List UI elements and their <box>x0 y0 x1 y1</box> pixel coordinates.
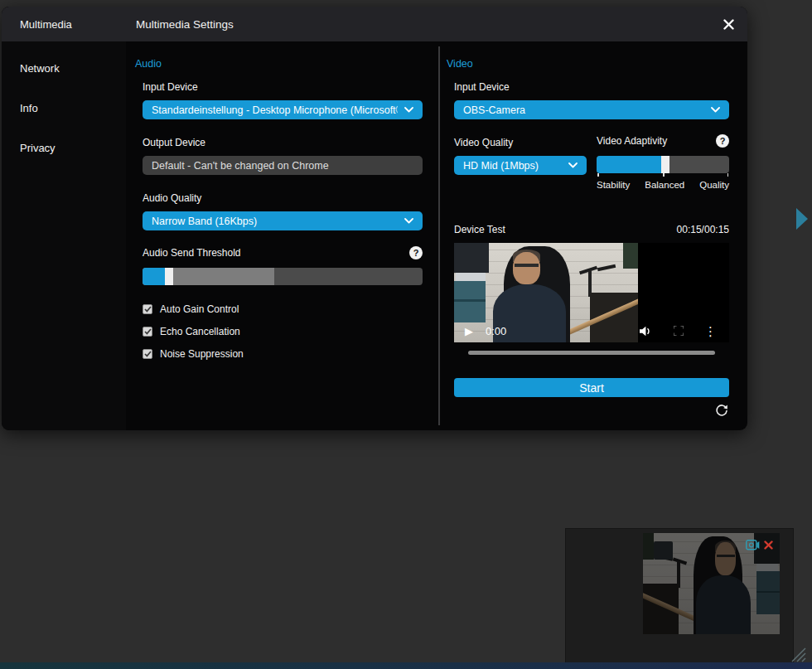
sidebar-item-label: Info <box>20 102 38 114</box>
column-divider <box>438 46 440 425</box>
video-quality-select[interactable]: HD Mid (1Mbps) <box>454 156 587 175</box>
panel-expander-arrow-icon[interactable] <box>796 208 808 230</box>
camera-icon[interactable] <box>746 540 760 550</box>
refresh-icon[interactable] <box>714 403 729 418</box>
checkbox-label: Auto Gain Control <box>160 303 239 315</box>
video-adaptivity-fill <box>597 156 661 173</box>
adaptivity-tick-marks <box>597 173 729 177</box>
device-test-label: Device Test <box>454 224 505 235</box>
close-icon[interactable] <box>721 17 736 32</box>
dialog-content: Audio Input Device Standardeinstellung -… <box>126 41 747 430</box>
audio-quality-value: Narrow Band (16Kbps) <box>152 216 398 227</box>
checkbox-checked-icon <box>143 327 152 337</box>
sidebar-item-label: Privacy <box>20 142 56 154</box>
audio-input-device-select[interactable]: Standardeinstellung - Desktop Microphone… <box>143 100 423 119</box>
resize-handle[interactable] <box>787 647 807 662</box>
video-quality-value: HD Mid (1Mbps) <box>463 160 562 172</box>
help-icon[interactable]: ? <box>716 134 729 148</box>
audio-column: Audio Input Device Standardeinstellung -… <box>143 41 423 371</box>
help-icon[interactable]: ? <box>409 246 423 259</box>
chevron-down-icon <box>711 107 720 113</box>
self-view-panel[interactable] <box>565 528 794 663</box>
video-section-label: Video <box>447 58 729 70</box>
volume-icon[interactable] <box>640 326 653 337</box>
settings-sidebar: Multimedia Network Info Privacy <box>2 7 126 430</box>
sidebar-item-label: Multimedia <box>20 18 72 31</box>
adaptivity-tick-stability: Stability <box>597 180 630 190</box>
start-button[interactable]: Start <box>454 378 729 397</box>
bottom-window-edge <box>0 662 812 669</box>
audio-options: Auto Gain Control Echo Cancellation Nois… <box>143 303 423 360</box>
audio-quality-select[interactable]: Narrow Band (16Kbps) <box>143 211 423 230</box>
sidebar-item-network[interactable]: Network <box>2 48 126 88</box>
video-input-device-select[interactable]: OBS-Camera <box>454 100 729 119</box>
player-controls: ▶ 0:00 ⋮ <box>454 319 729 342</box>
adaptivity-tick-balanced: Balanced <box>645 180 684 190</box>
auto-gain-control-checkbox[interactable]: Auto Gain Control <box>143 303 423 315</box>
audio-output-device-field: Default - Can't be changed on Chrome <box>143 156 423 175</box>
device-test-timer: 00:15/00:15 <box>677 224 729 235</box>
player-current-time: 0:00 <box>486 325 506 337</box>
device-test-video-player[interactable]: ▶ 0:00 ⋮ <box>454 243 729 342</box>
audio-quality-label: Audio Quality <box>143 192 423 204</box>
audio-threshold-label: Audio Send Threshold <box>143 247 241 259</box>
adaptivity-tick-quality: Quality <box>699 180 729 190</box>
checkbox-checked-icon <box>143 349 152 359</box>
chevron-down-icon <box>568 162 578 168</box>
video-adaptivity-handle[interactable] <box>661 156 669 173</box>
audio-section-label: Audio <box>135 58 423 70</box>
sidebar-item-label: Network <box>20 62 60 75</box>
video-quality-adaptivity-row: Video Quality HD Mid (1Mbps) Video Adapt… <box>454 131 729 196</box>
audio-input-device-label: Input Device <box>143 81 423 93</box>
sidebar-item-info[interactable]: Info <box>2 88 126 128</box>
video-input-device-value: OBS-Camera <box>463 104 704 116</box>
video-adaptivity-label: Video Adaptivity <box>597 135 667 147</box>
noise-suppression-checkbox[interactable]: Noise Suppression <box>143 348 423 360</box>
self-view-video[interactable] <box>643 533 780 634</box>
kebab-menu-icon[interactable]: ⋮ <box>704 325 717 337</box>
start-button-label: Start <box>579 381 604 395</box>
audio-input-device-value: Standardeinstellung - Desktop Microphone… <box>152 104 398 116</box>
audio-threshold-fill <box>143 268 165 285</box>
audio-output-device-value: Default - Can't be changed on Chrome <box>152 160 329 172</box>
play-icon[interactable]: ▶ <box>465 326 473 337</box>
audio-output-device-label: Output Device <box>143 137 423 148</box>
checkbox-label: Noise Suppression <box>160 348 244 360</box>
sidebar-item-multimedia[interactable]: Multimedia <box>2 7 126 41</box>
player-seek-bar[interactable] <box>468 351 715 355</box>
video-column: Video Input Device OBS-Camera Video Qual… <box>454 41 729 418</box>
video-adaptivity-slider[interactable] <box>597 156 729 173</box>
video-quality-label: Video Quality <box>454 137 587 148</box>
fullscreen-icon[interactable] <box>674 326 684 336</box>
multimedia-settings-dialog: Multimedia Network Info Privacy Multimed… <box>2 7 747 430</box>
chevron-down-icon <box>404 218 413 224</box>
dialog-title: Multimedia Settings <box>136 18 234 31</box>
wall-speaker-shape <box>654 541 673 560</box>
sidebar-item-privacy[interactable]: Privacy <box>2 128 126 167</box>
audio-threshold-handle[interactable] <box>165 268 173 285</box>
close-video-icon[interactable] <box>764 541 773 550</box>
checkbox-checked-icon <box>143 304 152 314</box>
checkbox-label: Echo Cancellation <box>160 326 240 337</box>
chevron-down-icon <box>404 107 413 113</box>
echo-cancellation-checkbox[interactable]: Echo Cancellation <box>143 326 423 337</box>
video-input-device-label: Input Device <box>454 81 729 93</box>
audio-threshold-slider[interactable] <box>143 268 423 285</box>
dialog-titlebar: Multimedia Settings <box>126 7 747 41</box>
